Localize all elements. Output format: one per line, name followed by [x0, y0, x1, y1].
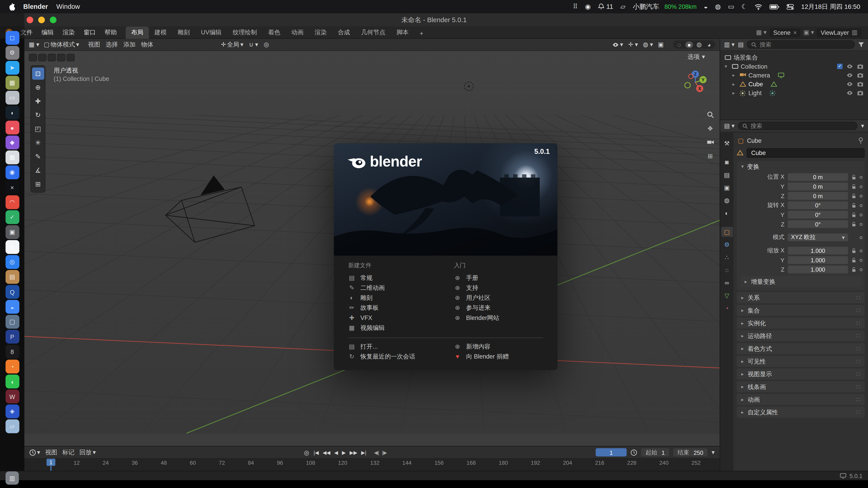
transform-orientation-dropdown[interactable]: ✛ 全局 ▾: [221, 40, 243, 49]
value-field[interactable]: 0 m: [788, 183, 848, 190]
battery-icon[interactable]: [770, 4, 780, 9]
collection-toggle-4[interactable]: [57, 54, 65, 61]
dock-app-icon[interactable]: ▣: [5, 225, 19, 239]
menubar-item-window[interactable]: Window: [56, 3, 80, 10]
color-wheel-icon[interactable]: ◍: [715, 3, 721, 10]
new-file-item[interactable]: ✏故事板: [348, 303, 437, 313]
jump-keyframe-button[interactable]: |▶: [382, 450, 387, 455]
new-file-item[interactable]: ✎二维动画: [348, 283, 437, 293]
gizmos-dropdown[interactable]: ✛ ▾: [628, 41, 638, 48]
scene-unlink-icon[interactable]: ×: [793, 29, 797, 36]
dock-app-icon[interactable]: 8: [5, 345, 19, 359]
viewport-menu-item[interactable]: 添加: [123, 40, 135, 49]
dock-app-icon[interactable]: ▭: [5, 91, 19, 105]
tool-cursor[interactable]: ⊕: [32, 81, 44, 94]
getting-started-item[interactable]: ⊕用户社区: [454, 293, 543, 303]
navigation-gizmo[interactable]: Z Y X: [683, 70, 708, 95]
workspace-tab[interactable]: 着色: [263, 26, 286, 38]
hide-eye-icon[interactable]: [846, 82, 853, 86]
pin-icon[interactable]: [858, 137, 864, 144]
preview-range-clock-icon[interactable]: [631, 449, 637, 455]
value-field[interactable]: 0°: [788, 211, 848, 219]
lock-icon[interactable]: [851, 266, 857, 272]
playback-dropdown[interactable]: 回放 ▾: [80, 448, 96, 457]
frame-end-field[interactable]: 结束250: [673, 448, 708, 457]
new-file-item[interactable]: ▦视频编辑: [348, 323, 437, 332]
tool-add-cube[interactable]: ⊞: [32, 178, 44, 191]
animate-dot[interactable]: [860, 236, 862, 238]
pan-hand-icon[interactable]: ✥: [704, 122, 717, 135]
tab-particles[interactable]: ∴: [721, 252, 733, 262]
timeline-filter-icon[interactable]: ▾: [712, 449, 715, 456]
collection-toggle-2[interactable]: [38, 54, 46, 61]
new-file-item[interactable]: ✚VFX: [348, 313, 437, 323]
collection-toggle-1[interactable]: [29, 54, 37, 61]
property-section-header[interactable]: ▸实例化∷: [737, 318, 865, 329]
properties-editor-type-button[interactable]: ▤ ▾: [724, 122, 735, 129]
expand-arrow-icon[interactable]: ▸: [733, 90, 737, 96]
topbar-menu-item[interactable]: 渲染: [58, 27, 79, 38]
lock-icon[interactable]: [851, 174, 857, 180]
timeline-ruler[interactable]: 1122436486072849610812013214415616818019…: [24, 459, 720, 471]
snap-magnet-icon[interactable]: ∪ ▾: [249, 41, 258, 48]
apple-logo-icon[interactable]: [8, 2, 15, 11]
viewport-3d[interactable]: ▦ ▾ ▢ 物体模式 ▾ 视图选择添加物体 ✛ 全局 ▾ ∪ ▾ ◎ ▾ ✛ ▾…: [24, 39, 720, 446]
transport-button[interactable]: ◀: [334, 450, 338, 455]
dock-app-icon[interactable]: ➤: [5, 61, 19, 74]
dock-app-icon[interactable]: ▦: [5, 76, 19, 90]
workspace-tab[interactable]: 动画: [286, 26, 309, 38]
transport-button[interactable]: ▶: [342, 450, 346, 455]
tool-transform[interactable]: ✳: [32, 137, 44, 149]
animate-dot[interactable]: [860, 259, 862, 261]
rotation-mode-dropdown[interactable]: XYZ 欧拉▾: [788, 233, 848, 241]
disable-render-icon[interactable]: [857, 64, 864, 69]
collection-checkbox[interactable]: ✓: [837, 64, 842, 69]
minimize-window-button[interactable]: [38, 17, 45, 23]
lock-icon[interactable]: [851, 257, 857, 263]
timeline-menu-view[interactable]: 视图: [45, 448, 57, 457]
collection-toggle-3[interactable]: [48, 54, 56, 61]
dock-app-icon[interactable]: ✓: [5, 210, 19, 224]
property-section-header[interactable]: ▸可见性∷: [737, 356, 865, 367]
properties-options-icon[interactable]: ▾: [861, 122, 864, 129]
splash-footer-item[interactable]: ⊕新增内容: [454, 341, 543, 351]
animate-dot[interactable]: [860, 213, 862, 216]
apps-grid-icon[interactable]: ⠿: [573, 3, 578, 10]
property-section-header[interactable]: ▸关系∷: [737, 292, 865, 303]
transport-button[interactable]: |◀: [314, 450, 319, 455]
property-section-header[interactable]: ▸集合∷: [737, 305, 865, 316]
disable-render-icon[interactable]: [857, 82, 864, 87]
splash-footer-item[interactable]: ▤打开...: [348, 341, 437, 351]
dock-app-icon[interactable]: ◍: [5, 240, 19, 254]
user-icon[interactable]: ◉: [585, 3, 591, 10]
dock-app-icon[interactable]: ◆: [5, 135, 19, 149]
tool-rotate[interactable]: ↻: [32, 109, 44, 121]
overlays-dropdown[interactable]: ◍ ▾: [643, 41, 653, 48]
property-section-header[interactable]: ▸自定义属性∷: [737, 407, 865, 418]
tool-measure[interactable]: ∡: [32, 164, 44, 176]
lock-icon[interactable]: [851, 221, 857, 227]
property-section-header[interactable]: ▸运动路径∷: [737, 330, 865, 341]
dock-app-icon[interactable]: ▤: [5, 270, 19, 284]
disable-render-icon[interactable]: [857, 73, 864, 78]
lock-icon[interactable]: [851, 193, 857, 199]
value-field[interactable]: 0 m: [788, 173, 848, 181]
value-field[interactable]: 1.000: [788, 256, 848, 264]
xray-toggle[interactable]: ▣: [658, 41, 664, 48]
expand-arrow-icon[interactable]: ▾: [725, 64, 730, 69]
control-center-icon[interactable]: [787, 4, 794, 10]
dock-app-icon[interactable]: ⚙: [5, 46, 19, 60]
workspace-tab[interactable]: 几何节点: [355, 26, 391, 38]
workspace-tab[interactable]: 纹理绘制: [227, 26, 263, 38]
viewport-menu-item[interactable]: 物体: [141, 40, 153, 49]
stage-manager-icon[interactable]: ▱: [620, 3, 626, 10]
tab-view-layer[interactable]: ▣: [721, 183, 733, 193]
tab-material[interactable]: ◔: [721, 303, 733, 313]
dock-app-icon[interactable]: ◒: [5, 300, 19, 314]
animate-dot[interactable]: [860, 249, 862, 252]
animate-dot[interactable]: [860, 223, 862, 225]
dock-app-icon[interactable]: ◉: [5, 165, 19, 179]
tab-modifiers[interactable]: ⚙: [721, 239, 733, 250]
outliner-row-light[interactable]: ▸ Light: [720, 89, 868, 97]
workspace-tab[interactable]: 布局: [126, 26, 149, 38]
